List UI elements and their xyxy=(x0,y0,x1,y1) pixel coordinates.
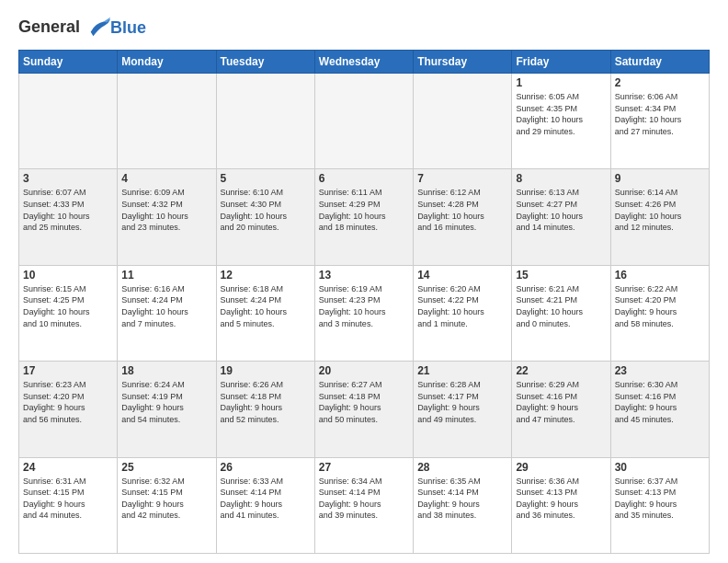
calendar-cell: 4Sunrise: 6:09 AM Sunset: 4:32 PM Daylig… xyxy=(118,169,216,265)
day-number: 8 xyxy=(516,172,606,185)
calendar-cell: 27Sunrise: 6:34 AM Sunset: 4:14 PM Dayli… xyxy=(314,457,413,553)
day-number: 1 xyxy=(516,76,606,89)
day-info: Sunrise: 6:31 AM Sunset: 4:15 PM Dayligh… xyxy=(23,476,113,522)
day-number: 28 xyxy=(417,461,507,474)
day-info: Sunrise: 6:28 AM Sunset: 4:17 PM Dayligh… xyxy=(417,379,507,425)
day-number: 15 xyxy=(516,269,606,282)
weekday-header: Wednesday xyxy=(314,51,413,74)
calendar-cell xyxy=(216,74,314,169)
calendar-cell: 21Sunrise: 6:28 AM Sunset: 4:17 PM Dayli… xyxy=(414,362,512,457)
day-info: Sunrise: 6:35 AM Sunset: 4:14 PM Dayligh… xyxy=(417,476,507,522)
calendar-cell: 1Sunrise: 6:05 AM Sunset: 4:35 PM Daylig… xyxy=(512,74,610,169)
calendar-cell: 26Sunrise: 6:33 AM Sunset: 4:14 PM Dayli… xyxy=(216,457,314,553)
calendar-cell: 8Sunrise: 6:13 AM Sunset: 4:27 PM Daylig… xyxy=(512,169,610,265)
calendar-cell: 2Sunrise: 6:06 AM Sunset: 4:34 PM Daylig… xyxy=(610,74,709,169)
day-number: 16 xyxy=(615,269,705,282)
calendar-cell: 24Sunrise: 6:31 AM Sunset: 4:15 PM Dayli… xyxy=(19,457,118,553)
calendar-cell: 20Sunrise: 6:27 AM Sunset: 4:18 PM Dayli… xyxy=(314,362,413,457)
day-number: 30 xyxy=(615,461,705,474)
day-info: Sunrise: 6:09 AM Sunset: 4:32 PM Dayligh… xyxy=(121,187,211,233)
day-info: Sunrise: 6:20 AM Sunset: 4:22 PM Dayligh… xyxy=(417,283,507,329)
day-number: 18 xyxy=(121,364,211,377)
day-number: 9 xyxy=(615,172,705,185)
calendar-cell xyxy=(19,74,118,169)
day-number: 11 xyxy=(121,269,211,282)
calendar-cell: 15Sunrise: 6:21 AM Sunset: 4:21 PM Dayli… xyxy=(512,265,610,361)
day-number: 3 xyxy=(23,172,113,185)
calendar: SundayMondayTuesdayWednesdayThursdayFrid… xyxy=(18,50,710,554)
calendar-cell: 6Sunrise: 6:11 AM Sunset: 4:29 PM Daylig… xyxy=(314,169,413,265)
day-number: 5 xyxy=(221,172,311,185)
day-info: Sunrise: 6:06 AM Sunset: 4:34 PM Dayligh… xyxy=(615,91,705,137)
day-info: Sunrise: 6:12 AM Sunset: 4:28 PM Dayligh… xyxy=(417,187,507,233)
calendar-cell: 17Sunrise: 6:23 AM Sunset: 4:20 PM Dayli… xyxy=(19,362,118,457)
day-number: 19 xyxy=(221,364,311,377)
calendar-cell: 3Sunrise: 6:07 AM Sunset: 4:33 PM Daylig… xyxy=(19,169,118,265)
calendar-cell: 9Sunrise: 6:14 AM Sunset: 4:26 PM Daylig… xyxy=(610,169,709,265)
day-info: Sunrise: 6:24 AM Sunset: 4:19 PM Dayligh… xyxy=(121,379,211,425)
logo-bird-icon xyxy=(86,15,112,40)
day-number: 27 xyxy=(319,461,409,474)
day-number: 20 xyxy=(319,364,409,377)
day-info: Sunrise: 6:27 AM Sunset: 4:18 PM Dayligh… xyxy=(319,379,409,425)
weekday-header: Saturday xyxy=(610,51,709,74)
calendar-cell xyxy=(314,74,413,169)
calendar-cell: 10Sunrise: 6:15 AM Sunset: 4:25 PM Dayli… xyxy=(19,265,118,361)
day-info: Sunrise: 6:37 AM Sunset: 4:13 PM Dayligh… xyxy=(615,476,705,522)
day-info: Sunrise: 6:30 AM Sunset: 4:16 PM Dayligh… xyxy=(615,379,705,425)
day-number: 10 xyxy=(23,269,113,282)
calendar-cell xyxy=(118,74,216,169)
day-info: Sunrise: 6:19 AM Sunset: 4:23 PM Dayligh… xyxy=(319,283,409,329)
day-info: Sunrise: 6:23 AM Sunset: 4:20 PM Dayligh… xyxy=(23,379,113,425)
calendar-cell: 25Sunrise: 6:32 AM Sunset: 4:15 PM Dayli… xyxy=(118,457,216,553)
day-info: Sunrise: 6:16 AM Sunset: 4:24 PM Dayligh… xyxy=(121,283,211,329)
day-number: 23 xyxy=(615,364,705,377)
day-number: 25 xyxy=(121,461,211,474)
day-info: Sunrise: 6:26 AM Sunset: 4:18 PM Dayligh… xyxy=(221,379,311,425)
day-number: 29 xyxy=(516,461,606,474)
day-number: 26 xyxy=(221,461,311,474)
day-number: 6 xyxy=(319,172,409,185)
day-number: 14 xyxy=(417,269,507,282)
day-info: Sunrise: 6:13 AM Sunset: 4:27 PM Dayligh… xyxy=(516,187,606,233)
day-number: 13 xyxy=(319,269,409,282)
day-number: 24 xyxy=(23,461,113,474)
calendar-cell: 7Sunrise: 6:12 AM Sunset: 4:28 PM Daylig… xyxy=(414,169,512,265)
day-number: 12 xyxy=(221,269,311,282)
calendar-cell: 18Sunrise: 6:24 AM Sunset: 4:19 PM Dayli… xyxy=(118,362,216,457)
day-number: 7 xyxy=(417,172,507,185)
day-info: Sunrise: 6:10 AM Sunset: 4:30 PM Dayligh… xyxy=(221,187,311,233)
weekday-header: Thursday xyxy=(414,51,512,74)
calendar-cell: 19Sunrise: 6:26 AM Sunset: 4:18 PM Dayli… xyxy=(216,362,314,457)
day-info: Sunrise: 6:32 AM Sunset: 4:15 PM Dayligh… xyxy=(121,476,211,522)
day-info: Sunrise: 6:05 AM Sunset: 4:35 PM Dayligh… xyxy=(516,91,606,137)
day-info: Sunrise: 6:07 AM Sunset: 4:33 PM Dayligh… xyxy=(23,187,113,233)
calendar-cell: 5Sunrise: 6:10 AM Sunset: 4:30 PM Daylig… xyxy=(216,169,314,265)
calendar-cell: 23Sunrise: 6:30 AM Sunset: 4:16 PM Dayli… xyxy=(610,362,709,457)
day-number: 17 xyxy=(23,364,113,377)
day-info: Sunrise: 6:22 AM Sunset: 4:20 PM Dayligh… xyxy=(615,283,705,329)
day-number: 2 xyxy=(615,76,705,89)
calendar-cell: 14Sunrise: 6:20 AM Sunset: 4:22 PM Dayli… xyxy=(414,265,512,361)
weekday-header: Sunday xyxy=(19,51,118,74)
weekday-header: Friday xyxy=(512,51,610,74)
calendar-cell: 11Sunrise: 6:16 AM Sunset: 4:24 PM Dayli… xyxy=(118,265,216,361)
calendar-cell xyxy=(414,74,512,169)
day-info: Sunrise: 6:15 AM Sunset: 4:25 PM Dayligh… xyxy=(23,283,113,329)
logo-general: General xyxy=(18,17,80,36)
page: General Blue SundayMondayTuesdayWednesda… xyxy=(0,0,728,563)
day-info: Sunrise: 6:14 AM Sunset: 4:26 PM Dayligh… xyxy=(615,187,705,233)
weekday-header: Monday xyxy=(118,51,216,74)
day-info: Sunrise: 6:18 AM Sunset: 4:24 PM Dayligh… xyxy=(221,283,311,329)
logo: General Blue xyxy=(18,15,146,40)
day-number: 21 xyxy=(417,364,507,377)
weekday-header: Tuesday xyxy=(216,51,314,74)
calendar-cell: 28Sunrise: 6:35 AM Sunset: 4:14 PM Dayli… xyxy=(414,457,512,553)
calendar-cell: 29Sunrise: 6:36 AM Sunset: 4:13 PM Dayli… xyxy=(512,457,610,553)
calendar-cell: 13Sunrise: 6:19 AM Sunset: 4:23 PM Dayli… xyxy=(314,265,413,361)
calendar-cell: 16Sunrise: 6:22 AM Sunset: 4:20 PM Dayli… xyxy=(610,265,709,361)
day-info: Sunrise: 6:21 AM Sunset: 4:21 PM Dayligh… xyxy=(516,283,606,329)
calendar-cell: 30Sunrise: 6:37 AM Sunset: 4:13 PM Dayli… xyxy=(610,457,709,553)
calendar-cell: 22Sunrise: 6:29 AM Sunset: 4:16 PM Dayli… xyxy=(512,362,610,457)
calendar-cell: 12Sunrise: 6:18 AM Sunset: 4:24 PM Dayli… xyxy=(216,265,314,361)
